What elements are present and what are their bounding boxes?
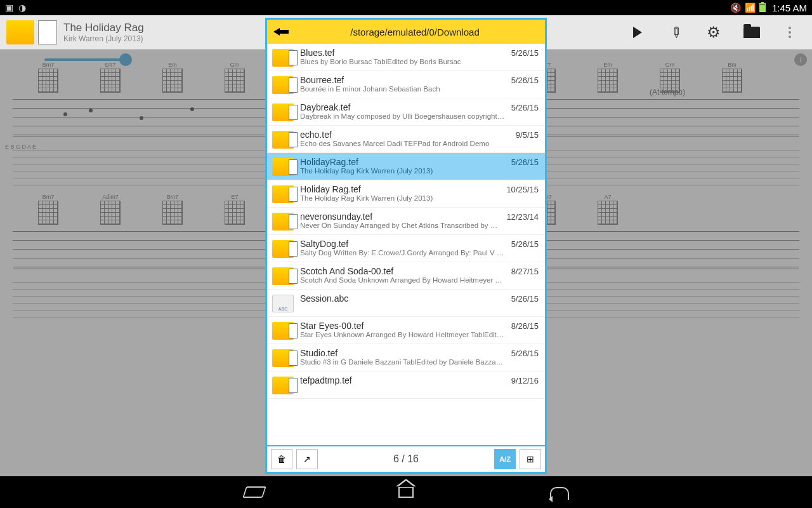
file-name: Session.abc [300,293,505,304]
file-name: Scotch And Soda-00.tef [300,266,505,276]
file-browser-dialog: /storage/emulated/0/Download Blues.tefBl… [265,18,547,474]
tef-file-icon [272,158,294,176]
play-button[interactable] [629,24,646,41]
folder-button[interactable] [743,24,760,41]
android-nav-bar [0,476,812,508]
tef-file-icon [272,49,294,67]
file-row[interactable]: Session.abc5/26/15 [267,290,545,317]
file-row[interactable]: neveronsunday.tefNever On Sunday Arrange… [267,208,545,235]
song-title: The Holiday Rag [63,22,144,34]
wifi-icon: 📶 [745,3,756,13]
file-date: 5/26/15 [511,157,539,167]
file-name: Blues.tef [300,48,505,58]
mute-icon: 🔇 [730,3,741,13]
file-description: Daybreak in May composed by Ulli Boegers… [300,112,505,120]
chord-thumbnail-icon [38,20,57,44]
file-row[interactable]: tefpadtmp.tef9/12/16 [267,371,545,399]
file-description: Star Eyes Unknown Arranged By Howard Hei… [300,331,505,338]
file-name: Bourree.tef [300,75,505,85]
tef-file-icon [272,377,294,394]
file-row[interactable]: Studio.tefStudio #3 in G Daniele Bazzani… [267,344,545,371]
file-description: Echo des Savanes Marcel Dadi TEFPad for … [300,140,509,147]
file-description: The Holiday Rag Kirk Warren (July 2013) [300,167,505,175]
back-button[interactable] [273,24,291,39]
dialog-header: /storage/emulated/0/Download [267,20,545,44]
file-row[interactable]: Blues.tefBlues by Borio Bursac TablEdite… [267,44,545,71]
file-description: Blues by Borio Bursac TablEdited by Bori… [300,58,505,65]
status-bar: ▣ ◑ 🔇 📶 1:45 AM [0,0,812,15]
file-list[interactable]: Blues.tefBlues by Borio Bursac TablEdite… [267,44,545,445]
file-row[interactable]: HolidayRag.tefThe Holiday Rag Kirk Warre… [267,153,545,180]
file-date: 5/26/15 [511,48,539,58]
sort-button[interactable]: A/Z [494,449,516,469]
nav-back-button[interactable] [239,481,266,503]
settings-button[interactable]: ⚙ [705,24,722,41]
file-date: 9/12/16 [511,376,539,385]
file-date: 8/26/15 [511,321,539,331]
tef-file-icon [272,76,294,94]
file-description: The Holiday Rag Kirk Warren (July 2013) [300,194,500,202]
clock-text: 1:45 AM [772,3,807,13]
file-row[interactable]: Holiday Rag.tefThe Holiday Rag Kirk Warr… [267,180,545,208]
tef-file-icon [272,267,294,285]
tef-file-icon [272,104,294,121]
file-name: Studio.tef [300,348,505,358]
nav-recent-button[interactable] [546,481,573,503]
battery-icon [759,3,766,12]
abc-file-icon [272,295,294,312]
file-date: 9/5/15 [516,130,539,140]
edit-button[interactable]: ✎ [664,20,688,44]
file-row[interactable]: Scotch And Soda-00.tefScotch And Soda Un… [267,262,545,290]
tef-file-icon [272,185,294,203]
file-row[interactable]: Daybreak.tefDaybreak in May composed by … [267,98,545,126]
file-date: 5/26/15 [511,349,539,358]
notification-icon-2: ◑ [18,3,26,13]
file-description: Bourrée in E minor Johann Sebastian Bach [300,85,505,93]
file-name: Star Eyes-00.tef [300,321,505,331]
share-button[interactable]: ↗ [296,449,318,469]
file-row[interactable]: SaltyDog.tefSalty Dog Written By: E.Crow… [267,235,545,262]
tef-file-icon [272,240,294,258]
app-icon [6,20,34,44]
overflow-menu-button[interactable] [782,24,798,41]
song-subtitle: Kirk Warren (July 2013) [63,34,144,43]
file-date: 5/26/15 [511,294,539,304]
dialog-footer: 🗑 ↗ 6 / 16 A/Z ⊞ [267,445,545,472]
file-date: 5/26/15 [511,103,539,112]
file-row[interactable]: Star Eyes-00.tefStar Eyes Unknown Arrang… [267,317,545,344]
tef-file-icon [272,349,294,367]
file-name: echo.tef [300,130,509,140]
nav-home-button[interactable] [393,481,419,503]
file-description: Studio #3 in G Daniele Bazzani TablEdite… [300,358,505,366]
file-name: Daybreak.tef [300,102,505,112]
file-name: SaltyDog.tef [300,239,505,249]
file-row[interactable]: echo.tefEcho des Savanes Marcel Dadi TEF… [267,126,545,153]
file-description: Salty Dog Written By: E.Crowe/J.Gordy Ar… [300,249,505,257]
file-row[interactable]: Bourree.tefBourrée in E minor Johann Seb… [267,71,545,98]
file-date: 5/26/15 [511,76,539,85]
file-description: Scotch And Soda Unknown Arranged By Howa… [300,276,505,284]
file-counter: 6 / 16 [322,453,490,465]
file-date: 12/23/14 [506,212,539,222]
current-path: /storage/emulated/0/Download [291,27,539,37]
view-mode-button[interactable]: ⊞ [520,449,541,469]
tef-file-icon [272,322,294,340]
notification-icon: ▣ [5,3,13,13]
file-name: Holiday Rag.tef [300,184,500,194]
file-description: Never On Sunday Arranged by Chet Atkins … [300,222,500,229]
file-date: 10/25/15 [506,185,539,194]
tef-file-icon [272,213,294,231]
file-name: tefpadtmp.tef [300,375,505,385]
file-name: neveronsunday.tef [300,211,500,222]
file-date: 5/26/15 [511,239,539,249]
delete-button[interactable]: 🗑 [271,449,292,469]
file-date: 8/27/15 [511,267,539,276]
file-name: HolidayRag.tef [300,157,505,167]
song-meta: The Holiday Rag Kirk Warren (July 2013) [63,22,144,43]
tef-file-icon [272,131,294,149]
